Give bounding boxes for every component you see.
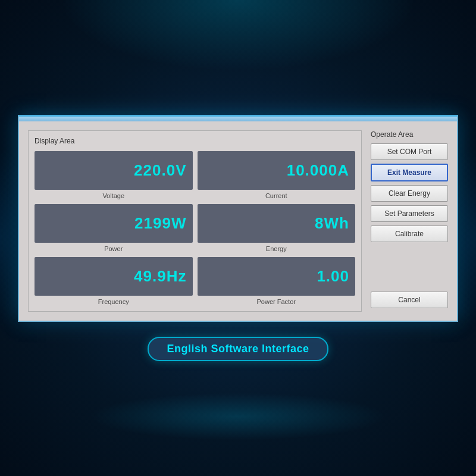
frequency-display: 49.9Hz <box>35 257 193 296</box>
dialog-window: Display Area 220.0V Voltage 10.000A Curr… <box>18 115 458 322</box>
power-label: Power <box>104 245 123 252</box>
current-display: 10.000A <box>198 151 356 190</box>
energy-display: 8Wh <box>198 204 356 243</box>
window-content: Display Area 220.0V Voltage 10.000A Curr… <box>19 121 457 321</box>
bg-glow-top <box>60 0 416 71</box>
energy-cell: 8Wh Energy <box>198 204 356 252</box>
exit-measure-button[interactable]: Exit Measure <box>371 164 448 181</box>
energy-label: Energy <box>266 245 287 252</box>
power-factor-display: 1.00 <box>198 257 356 296</box>
display-area-title: Display Area <box>35 137 355 145</box>
display-area: Display Area 220.0V Voltage 10.000A Curr… <box>28 130 362 312</box>
current-value: 10.000A <box>287 161 349 180</box>
power-value: 2199W <box>134 214 186 233</box>
energy-value: 8Wh <box>315 214 349 233</box>
power-cell: 2199W Power <box>35 204 193 252</box>
button-spacer <box>371 246 448 292</box>
set-com-port-button[interactable]: Set COM Port <box>371 143 448 160</box>
power-factor-cell: 1.00 Power Factor <box>198 257 356 305</box>
calibrate-button[interactable]: Calibrate <box>371 226 448 242</box>
voltage-value: 220.0V <box>134 161 186 180</box>
bottom-label: English Software Interface <box>148 337 328 361</box>
voltage-display: 220.0V <box>35 151 193 190</box>
clear-energy-button[interactable]: Clear Energy <box>371 185 448 202</box>
current-label: Current <box>265 192 287 199</box>
title-bar <box>19 117 457 121</box>
voltage-label: Voltage <box>102 192 124 199</box>
frequency-label: Frequency <box>98 298 129 305</box>
power-factor-value: 1.00 <box>317 267 349 286</box>
voltage-cell: 220.0V Voltage <box>35 151 193 199</box>
operate-area-title: Operate Area <box>371 130 448 139</box>
bg-glow-bottom <box>89 393 387 440</box>
frequency-cell: 49.9Hz Frequency <box>35 257 193 305</box>
cancel-button[interactable]: Cancel <box>371 292 448 308</box>
frequency-value: 49.9Hz <box>134 267 186 286</box>
meters-grid: 220.0V Voltage 10.000A Current 2199W <box>35 151 355 305</box>
current-cell: 10.000A Current <box>198 151 356 199</box>
power-factor-label: Power Factor <box>257 298 296 305</box>
power-display: 2199W <box>35 204 193 243</box>
operate-area: Operate Area Set COM Port Exit Measure C… <box>371 130 448 312</box>
set-parameters-button[interactable]: Set Parameters <box>371 205 448 222</box>
